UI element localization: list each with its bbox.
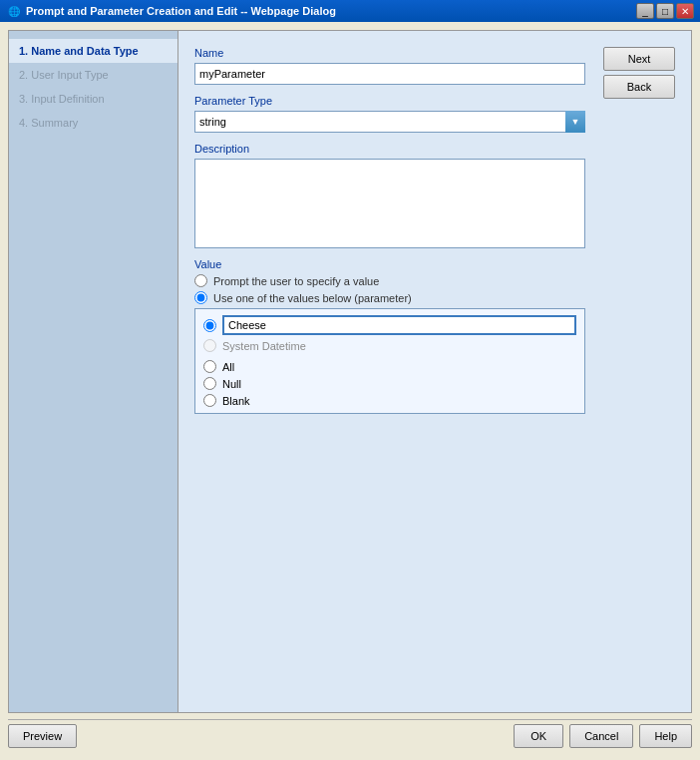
bottom-bar: Preview OK Cancel Help <box>8 719 692 752</box>
name-field-group: Name <box>194 47 585 85</box>
description-textarea[interactable] <box>194 159 585 248</box>
sidebar-item-name-data-type[interactable]: 1. Name and Data Type <box>9 39 177 63</box>
all-label[interactable]: All <box>222 361 234 373</box>
prompt-radio-option: Prompt the user to specify a value <box>194 274 585 287</box>
value-label: Value <box>194 258 585 270</box>
value-item-all: All <box>203 360 576 373</box>
all-radio[interactable] <box>203 360 216 373</box>
value-item-cheese <box>203 315 576 335</box>
nav-buttons: Next Back <box>603 47 675 99</box>
sidebar: 1. Name and Data Type 2. User Input Type… <box>8 30 177 713</box>
minimize-button[interactable]: _ <box>636 3 654 19</box>
maximize-button[interactable]: □ <box>656 3 674 19</box>
param-type-field-group: Parameter Type string integer decimal bo… <box>194 95 585 133</box>
back-button[interactable]: Back <box>603 75 675 99</box>
param-type-select[interactable]: string integer decimal boolean date <box>194 111 585 133</box>
values-box: System Datetime All Null <box>194 308 585 414</box>
use-one-radio-label[interactable]: Use one of the values below (parameter) <box>213 292 412 304</box>
title-bar-text: Prompt and Parameter Creation and Edit -… <box>26 5 636 17</box>
sidebar-item-input-definition[interactable]: 3. Input Definition <box>9 87 177 111</box>
preview-button[interactable]: Preview <box>8 724 77 748</box>
content-area: 1. Name and Data Type 2. User Input Type… <box>8 30 692 713</box>
value-section: Value Prompt the user to specify a value… <box>194 258 585 414</box>
next-button[interactable]: Next <box>603 47 675 71</box>
null-radio[interactable] <box>203 377 216 390</box>
window-controls: _ □ ✕ <box>636 3 694 19</box>
value-item-null: Null <box>203 377 576 390</box>
system-datetime-label: System Datetime <box>222 340 306 352</box>
sidebar-item-user-input-type[interactable]: 2. User Input Type <box>9 63 177 87</box>
value-item-blank: Blank <box>203 394 576 407</box>
description-label: Description <box>194 143 585 155</box>
cancel-button[interactable]: Cancel <box>569 724 633 748</box>
bottom-left-buttons: Preview <box>8 724 77 748</box>
cheese-text-input[interactable] <box>222 315 576 335</box>
name-label: Name <box>194 47 585 59</box>
blank-label[interactable]: Blank <box>222 395 250 407</box>
name-input[interactable] <box>194 63 585 85</box>
param-type-label: Parameter Type <box>194 95 585 107</box>
description-field-group: Description <box>194 143 585 248</box>
system-datetime-radio <box>203 339 216 352</box>
main-panel: Next Back Name Parameter Type string int… <box>177 30 692 713</box>
close-button[interactable]: ✕ <box>676 3 694 19</box>
blank-radio[interactable] <box>203 394 216 407</box>
value-item-system-datetime: System Datetime <box>203 339 576 352</box>
use-one-radio[interactable] <box>194 291 207 304</box>
prompt-radio-label[interactable]: Prompt the user to specify a value <box>213 275 379 287</box>
help-button[interactable]: Help <box>639 724 692 748</box>
prompt-radio[interactable] <box>194 274 207 287</box>
cheese-radio[interactable] <box>203 319 216 332</box>
null-label[interactable]: Null <box>222 378 241 390</box>
window-body: 1. Name and Data Type 2. User Input Type… <box>0 22 700 760</box>
bottom-right-buttons: OK Cancel Help <box>514 724 692 748</box>
title-bar: 🌐 Prompt and Parameter Creation and Edit… <box>0 0 700 22</box>
sidebar-item-summary[interactable]: 4. Summary <box>9 111 177 135</box>
param-type-select-wrapper: string integer decimal boolean date ▼ <box>194 111 585 133</box>
use-one-radio-option: Use one of the values below (parameter) <box>194 291 585 304</box>
ok-button[interactable]: OK <box>514 724 563 748</box>
app-icon: 🌐 <box>6 3 22 19</box>
